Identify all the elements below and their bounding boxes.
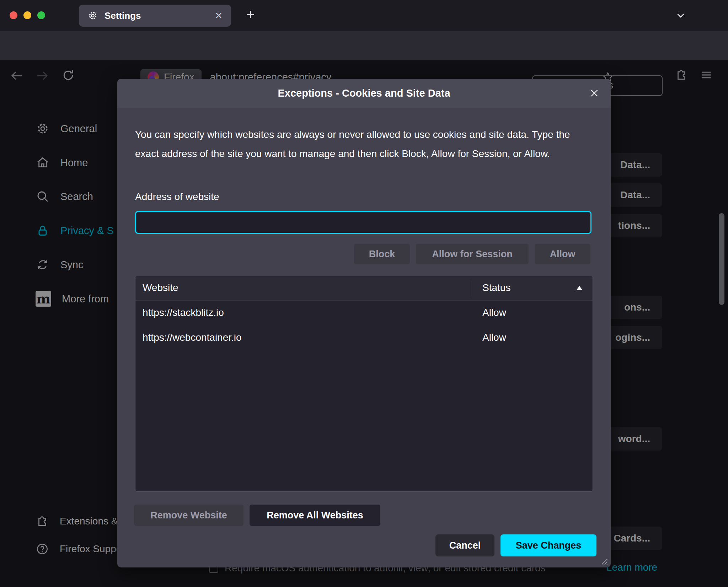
column-header-website[interactable]: Website: [143, 282, 178, 294]
block-button[interactable]: Block: [354, 244, 410, 264]
column-header-status[interactable]: Status: [482, 282, 510, 294]
website-cell: https://stackblitz.io: [143, 307, 224, 318]
table-header: Website Status: [135, 276, 593, 301]
exceptions-dialog: Exceptions - Cookies and Site Data You c…: [117, 79, 611, 567]
status-cell: Allow: [482, 332, 506, 343]
table-row[interactable]: https://stackblitz.io Allow: [135, 301, 593, 326]
tab-close-icon[interactable]: ✕: [215, 10, 223, 21]
exceptions-table: Website Status https://stackblitz.io All…: [135, 276, 593, 492]
firefox-window: Settings ✕: [0, 0, 728, 587]
sort-ascending-icon[interactable]: [576, 286, 583, 290]
remove-all-websites-button[interactable]: Remove All Websites: [250, 505, 380, 526]
tab-settings[interactable]: Settings ✕: [79, 5, 231, 27]
save-changes-button[interactable]: Save Changes: [500, 534, 596, 556]
allow-for-session-button[interactable]: Allow for Session: [416, 244, 529, 264]
traffic-close-button[interactable]: [10, 11, 17, 19]
close-icon[interactable]: [589, 87, 600, 99]
traffic-zoom-button[interactable]: [37, 11, 45, 19]
new-tab-button[interactable]: [245, 9, 257, 21]
gear-icon: [87, 10, 98, 21]
table-row[interactable]: https://webcontainer.io Allow: [135, 326, 593, 351]
address-label: Address of website: [135, 191, 219, 203]
status-cell: Allow: [482, 307, 506, 318]
traffic-minimize-button[interactable]: [23, 11, 31, 19]
dialog-title: Exceptions - Cookies and Site Data: [278, 87, 450, 99]
tab-title: Settings: [105, 10, 208, 21]
allow-button[interactable]: Allow: [535, 244, 590, 264]
dialog-header: Exceptions - Cookies and Site Data: [117, 79, 611, 108]
navigation-bar: Firefox about:preferences#privacy: [0, 31, 728, 60]
resize-handle-icon[interactable]: [598, 555, 609, 566]
address-input[interactable]: [135, 211, 592, 234]
website-cell: https://webcontainer.io: [143, 332, 242, 343]
cancel-button[interactable]: Cancel: [435, 534, 494, 556]
tab-bar: Settings ✕: [0, 0, 728, 31]
list-all-tabs-chevron-icon[interactable]: [675, 9, 687, 21]
dialog-description: You can specify which websites are alway…: [135, 125, 581, 163]
remove-website-button[interactable]: Remove Website: [134, 505, 243, 526]
column-divider: [472, 281, 472, 296]
